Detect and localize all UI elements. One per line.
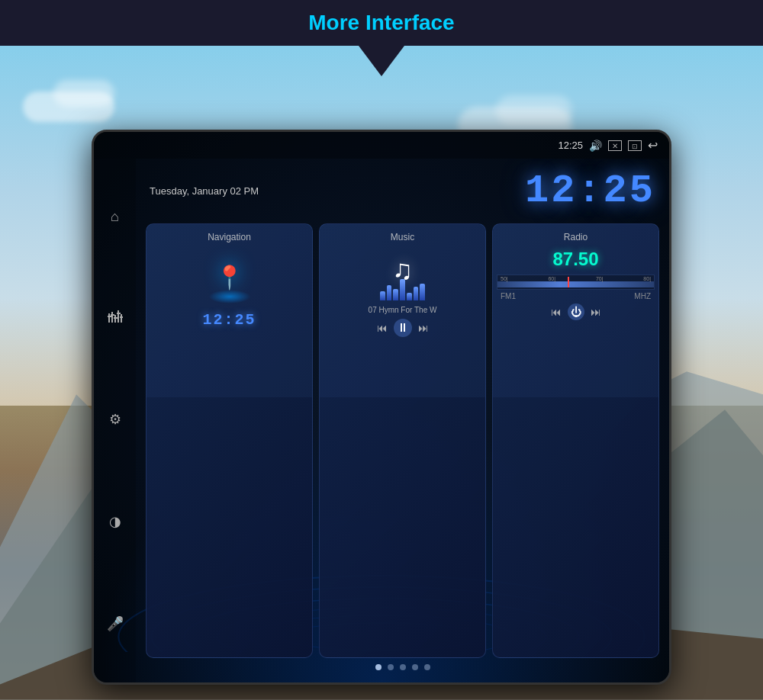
music-icon-container: ♫ [376, 249, 430, 302]
music-card[interactable]: Music [319, 223, 486, 658]
volume-icon[interactable]: 🔊 [589, 140, 602, 152]
top-banner: More Interface [0, 0, 763, 46]
dot-3[interactable] [400, 664, 406, 670]
dot-4[interactable] [412, 664, 418, 670]
settings-icon[interactable]: ⚙ [105, 407, 125, 432]
svg-rect-18 [108, 316, 111, 317]
device-frame: 12:25 🔊 ✕ ⊡ ↩ ⌂ [92, 130, 671, 685]
music-visual: ♫ [378, 251, 427, 300]
radio-power-button[interactable]: ⏻ [568, 303, 584, 320]
play-pause-button[interactable]: ⏸ [394, 319, 412, 337]
cloud-left-2 [53, 80, 114, 107]
contrast-icon[interactable]: ◑ [105, 509, 125, 534]
nav-glow [208, 290, 250, 303]
svg-rect-20 [114, 317, 118, 319]
scale-ticks: 50| 60| 70| 80| [497, 276, 654, 281]
digital-clock: 12:25 [525, 169, 655, 214]
music-track-name: 07 Hymn For The W [369, 306, 437, 314]
pagination-dots [142, 658, 663, 676]
dot-1[interactable] [375, 664, 382, 670]
radio-card-title: Radio [564, 232, 588, 242]
status-time: 12:25 [558, 140, 583, 151]
svg-rect-22 [120, 316, 123, 318]
banner-title: More Interface [308, 11, 454, 35]
prev-track-button[interactable]: ⏮ [377, 322, 388, 334]
nav-pin-icon: 📍 [215, 264, 243, 291]
radio-band-label: FM1 [501, 292, 516, 300]
dot-5[interactable] [424, 664, 430, 670]
radio-controls: ⏮ ⏻ ⏭ [551, 303, 601, 320]
radio-frequency: 87.50 [552, 249, 598, 270]
window-icon[interactable]: ⊡ [628, 140, 642, 151]
back-icon[interactable]: ↩ [648, 138, 658, 153]
navigation-card[interactable]: Navigation 📍 12:25 [146, 223, 313, 658]
left-sidebar: ⌂ [94, 159, 136, 682]
home-icon[interactable]: ⌂ [107, 205, 123, 229]
nav-card-title: Navigation [208, 232, 251, 242]
mic-icon[interactable]: 🎤 [103, 612, 127, 636]
equalizer-icon[interactable] [104, 307, 127, 330]
radio-scale-bar [497, 281, 654, 287]
app-cards-container: Navigation 📍 12:25 [142, 223, 663, 658]
music-controls: ⏮ ⏸ ⏭ [377, 319, 429, 337]
close-icon[interactable]: ✕ [608, 140, 622, 151]
main-content: ⌂ [94, 159, 669, 682]
svg-rect-17 [121, 314, 122, 323]
svg-rect-14 [111, 312, 113, 323]
dot-2[interactable] [388, 664, 394, 670]
status-bar: 12:25 🔊 ✕ ⊡ ↩ [94, 132, 669, 159]
cloud-right-2 [496, 95, 572, 126]
radio-prev-button[interactable]: ⏮ [551, 306, 562, 318]
radio-next-button[interactable]: ⏭ [591, 306, 601, 318]
music-note-icon: ♫ [392, 254, 413, 286]
arrow-down-indicator [359, 46, 404, 76]
radio-band-info: FM1 MHZ [497, 292, 655, 300]
svg-rect-19 [111, 314, 114, 316]
background-area: 12:25 🔊 ✕ ⊡ ↩ ⌂ [0, 46, 763, 700]
date-display: Tuesday, January 02 PM [150, 185, 259, 197]
datetime-row: Tuesday, January 02 PM 12:25 [142, 165, 663, 217]
svg-rect-21 [117, 313, 121, 314]
page-wrapper: More Interface [0, 0, 763, 700]
music-card-title: Music [391, 232, 414, 242]
nav-clock: 12:25 [202, 311, 256, 329]
svg-rect-13 [108, 313, 110, 323]
car-screen: 12:25 🔊 ✕ ⊡ ↩ ⌂ [94, 132, 669, 682]
nav-icon-container: 📍 [203, 250, 256, 303]
next-track-button[interactable]: ⏭ [418, 322, 429, 334]
svg-rect-16 [118, 310, 119, 323]
radio-card[interactable]: Radio 87.50 50| 60| [492, 223, 659, 658]
radio-scale: 50| 60| 70| 80| [497, 275, 655, 290]
radio-unit-label: MHZ [634, 292, 651, 300]
center-display: Tuesday, January 02 PM 12:25 Navigation [136, 159, 669, 682]
status-bar-right: 12:25 🔊 ✕ ⊡ ↩ [558, 138, 658, 153]
